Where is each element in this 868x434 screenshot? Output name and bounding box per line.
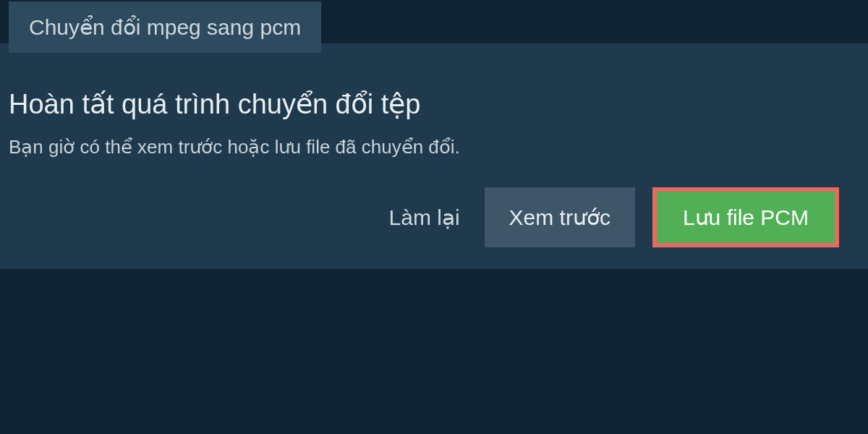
page-heading: Hoàn tất quá trình chuyển đổi tệp bbox=[9, 88, 854, 120]
button-row: Làm lại Xem trước Lưu file PCM bbox=[9, 187, 854, 247]
tab-label: Chuyển đổi mpeg sang pcm bbox=[29, 15, 301, 39]
preview-button[interactable]: Xem trước bbox=[485, 187, 635, 247]
content-area: Hoàn tất quá trình chuyển đổi tệp Bạn gi… bbox=[0, 80, 868, 247]
reset-button[interactable]: Làm lại bbox=[382, 190, 467, 244]
conversion-panel: Chuyển đổi mpeg sang pcm Hoàn tất quá tr… bbox=[0, 43, 868, 269]
tab-convert[interactable]: Chuyển đổi mpeg sang pcm bbox=[9, 1, 321, 53]
page-description: Bạn giờ có thể xem trước hoặc lưu file đ… bbox=[9, 136, 854, 158]
save-button[interactable]: Lưu file PCM bbox=[652, 187, 839, 247]
